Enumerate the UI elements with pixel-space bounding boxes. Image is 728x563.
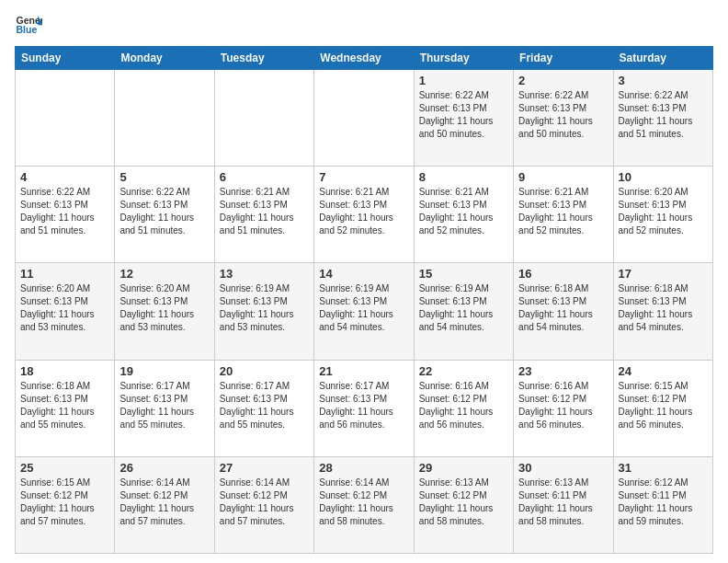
day-detail: Sunrise: 6:22 AM Sunset: 6:13 PM Dayligh… bbox=[119, 186, 209, 237]
day-number: 20 bbox=[220, 364, 309, 378]
calendar-cell: 25Sunrise: 6:15 AM Sunset: 6:12 PM Dayli… bbox=[16, 456, 115, 553]
calendar-week-1: 1Sunrise: 6:22 AM Sunset: 6:13 PM Daylig… bbox=[16, 70, 713, 167]
calendar-cell: 5Sunrise: 6:22 AM Sunset: 6:13 PM Daylig… bbox=[115, 167, 214, 263]
weekday-header-saturday: Saturday bbox=[613, 47, 712, 70]
calendar-cell: 15Sunrise: 6:19 AM Sunset: 6:13 PM Dayli… bbox=[414, 263, 513, 360]
day-number: 28 bbox=[319, 461, 408, 475]
day-number: 16 bbox=[518, 267, 608, 281]
day-number: 8 bbox=[419, 170, 508, 184]
day-number: 22 bbox=[419, 364, 508, 378]
day-detail: Sunrise: 6:12 AM Sunset: 6:11 PM Dayligh… bbox=[619, 477, 708, 528]
day-number: 25 bbox=[20, 461, 109, 475]
day-detail: Sunrise: 6:20 AM Sunset: 6:13 PM Dayligh… bbox=[619, 186, 708, 237]
day-detail: Sunrise: 6:18 AM Sunset: 6:13 PM Dayligh… bbox=[619, 282, 708, 334]
day-detail: Sunrise: 6:22 AM Sunset: 6:13 PM Dayligh… bbox=[20, 186, 109, 237]
day-number: 15 bbox=[419, 267, 508, 281]
calendar-cell: 6Sunrise: 6:21 AM Sunset: 6:13 PM Daylig… bbox=[214, 167, 313, 263]
calendar-week-4: 18Sunrise: 6:18 AM Sunset: 6:13 PM Dayli… bbox=[16, 360, 713, 456]
calendar-cell: 21Sunrise: 6:17 AM Sunset: 6:13 PM Dayli… bbox=[314, 360, 414, 456]
calendar-cell bbox=[16, 70, 115, 167]
day-detail: Sunrise: 6:20 AM Sunset: 6:13 PM Dayligh… bbox=[20, 282, 109, 334]
day-detail: Sunrise: 6:19 AM Sunset: 6:13 PM Dayligh… bbox=[220, 282, 309, 334]
weekday-header-wednesday: Wednesday bbox=[314, 47, 414, 70]
day-detail: Sunrise: 6:13 AM Sunset: 6:11 PM Dayligh… bbox=[518, 477, 608, 528]
calendar-cell: 22Sunrise: 6:16 AM Sunset: 6:12 PM Dayli… bbox=[414, 360, 513, 456]
calendar-week-3: 11Sunrise: 6:20 AM Sunset: 6:13 PM Dayli… bbox=[16, 263, 713, 360]
day-number: 5 bbox=[119, 170, 209, 184]
day-detail: Sunrise: 6:14 AM Sunset: 6:12 PM Dayligh… bbox=[220, 477, 309, 528]
calendar-week-2: 4Sunrise: 6:22 AM Sunset: 6:13 PM Daylig… bbox=[16, 167, 713, 263]
weekday-header-sunday: Sunday bbox=[16, 47, 115, 70]
calendar-cell: 31Sunrise: 6:12 AM Sunset: 6:11 PM Dayli… bbox=[613, 456, 712, 553]
calendar-cell: 11Sunrise: 6:20 AM Sunset: 6:13 PM Dayli… bbox=[16, 263, 115, 360]
day-detail: Sunrise: 6:16 AM Sunset: 6:12 PM Dayligh… bbox=[518, 380, 608, 431]
day-detail: Sunrise: 6:15 AM Sunset: 6:12 PM Dayligh… bbox=[20, 477, 109, 528]
calendar-cell bbox=[214, 70, 313, 167]
day-number: 23 bbox=[518, 364, 608, 378]
calendar-cell: 17Sunrise: 6:18 AM Sunset: 6:13 PM Dayli… bbox=[613, 263, 712, 360]
day-number: 14 bbox=[319, 267, 408, 281]
day-number: 12 bbox=[119, 267, 209, 281]
logo-icon: General Blue bbox=[15, 11, 42, 39]
day-detail: Sunrise: 6:19 AM Sunset: 6:13 PM Dayligh… bbox=[319, 282, 408, 334]
calendar-cell: 3Sunrise: 6:22 AM Sunset: 6:13 PM Daylig… bbox=[613, 70, 712, 167]
calendar-cell bbox=[115, 70, 214, 167]
weekday-header-friday: Friday bbox=[514, 47, 613, 70]
day-detail: Sunrise: 6:16 AM Sunset: 6:12 PM Dayligh… bbox=[419, 380, 508, 431]
weekday-header-tuesday: Tuesday bbox=[214, 47, 313, 70]
calendar-cell: 12Sunrise: 6:20 AM Sunset: 6:13 PM Dayli… bbox=[115, 263, 214, 360]
calendar-cell: 18Sunrise: 6:18 AM Sunset: 6:13 PM Dayli… bbox=[16, 360, 115, 456]
day-detail: Sunrise: 6:18 AM Sunset: 6:13 PM Dayligh… bbox=[518, 282, 608, 334]
day-number: 11 bbox=[20, 267, 109, 281]
calendar-cell: 29Sunrise: 6:13 AM Sunset: 6:12 PM Dayli… bbox=[414, 456, 513, 553]
day-detail: Sunrise: 6:19 AM Sunset: 6:13 PM Dayligh… bbox=[419, 282, 508, 334]
day-number: 31 bbox=[619, 461, 708, 475]
top-section: General Blue bbox=[15, 11, 713, 39]
day-detail: Sunrise: 6:22 AM Sunset: 6:13 PM Dayligh… bbox=[518, 89, 608, 141]
weekday-header-row: SundayMondayTuesdayWednesdayThursdayFrid… bbox=[16, 47, 713, 70]
day-number: 17 bbox=[619, 267, 708, 281]
day-detail: Sunrise: 6:13 AM Sunset: 6:12 PM Dayligh… bbox=[419, 477, 508, 528]
page: General Blue SundayMondayTuesdayWednesda… bbox=[0, 0, 728, 563]
day-detail: Sunrise: 6:20 AM Sunset: 6:13 PM Dayligh… bbox=[119, 282, 209, 334]
calendar-cell bbox=[314, 70, 414, 167]
day-detail: Sunrise: 6:21 AM Sunset: 6:13 PM Dayligh… bbox=[220, 186, 309, 237]
weekday-header-thursday: Thursday bbox=[414, 47, 513, 70]
svg-text:Blue: Blue bbox=[17, 24, 38, 35]
day-detail: Sunrise: 6:22 AM Sunset: 6:13 PM Dayligh… bbox=[419, 89, 508, 141]
day-detail: Sunrise: 6:21 AM Sunset: 6:13 PM Dayligh… bbox=[419, 186, 508, 237]
day-detail: Sunrise: 6:17 AM Sunset: 6:13 PM Dayligh… bbox=[220, 380, 309, 431]
calendar-cell: 19Sunrise: 6:17 AM Sunset: 6:13 PM Dayli… bbox=[115, 360, 214, 456]
day-number: 24 bbox=[619, 364, 708, 378]
day-number: 9 bbox=[518, 170, 608, 184]
day-number: 29 bbox=[419, 461, 508, 475]
calendar-cell: 4Sunrise: 6:22 AM Sunset: 6:13 PM Daylig… bbox=[16, 167, 115, 263]
calendar-table: SundayMondayTuesdayWednesdayThursdayFrid… bbox=[15, 46, 713, 554]
calendar-cell: 20Sunrise: 6:17 AM Sunset: 6:13 PM Dayli… bbox=[214, 360, 313, 456]
calendar-cell: 13Sunrise: 6:19 AM Sunset: 6:13 PM Dayli… bbox=[214, 263, 313, 360]
day-detail: Sunrise: 6:22 AM Sunset: 6:13 PM Dayligh… bbox=[619, 89, 708, 141]
day-number: 26 bbox=[119, 461, 209, 475]
day-number: 27 bbox=[220, 461, 309, 475]
day-number: 2 bbox=[518, 74, 608, 87]
day-number: 10 bbox=[619, 170, 708, 184]
day-number: 6 bbox=[220, 170, 309, 184]
day-detail: Sunrise: 6:21 AM Sunset: 6:13 PM Dayligh… bbox=[319, 186, 408, 237]
weekday-header-monday: Monday bbox=[115, 47, 214, 70]
calendar-cell: 9Sunrise: 6:21 AM Sunset: 6:13 PM Daylig… bbox=[514, 167, 613, 263]
day-number: 13 bbox=[220, 267, 309, 281]
calendar-cell: 26Sunrise: 6:14 AM Sunset: 6:12 PM Dayli… bbox=[115, 456, 214, 553]
day-detail: Sunrise: 6:14 AM Sunset: 6:12 PM Dayligh… bbox=[119, 477, 209, 528]
day-number: 4 bbox=[20, 170, 109, 184]
day-number: 1 bbox=[419, 74, 508, 87]
calendar-cell: 10Sunrise: 6:20 AM Sunset: 6:13 PM Dayli… bbox=[613, 167, 712, 263]
day-detail: Sunrise: 6:15 AM Sunset: 6:12 PM Dayligh… bbox=[619, 380, 708, 431]
logo: General Blue bbox=[15, 11, 46, 39]
calendar-cell: 28Sunrise: 6:14 AM Sunset: 6:12 PM Dayli… bbox=[314, 456, 414, 553]
calendar-cell: 7Sunrise: 6:21 AM Sunset: 6:13 PM Daylig… bbox=[314, 167, 414, 263]
day-number: 18 bbox=[20, 364, 109, 378]
calendar-cell: 16Sunrise: 6:18 AM Sunset: 6:13 PM Dayli… bbox=[514, 263, 613, 360]
calendar-cell: 14Sunrise: 6:19 AM Sunset: 6:13 PM Dayli… bbox=[314, 263, 414, 360]
day-detail: Sunrise: 6:14 AM Sunset: 6:12 PM Dayligh… bbox=[319, 477, 408, 528]
calendar-cell: 27Sunrise: 6:14 AM Sunset: 6:12 PM Dayli… bbox=[214, 456, 313, 553]
